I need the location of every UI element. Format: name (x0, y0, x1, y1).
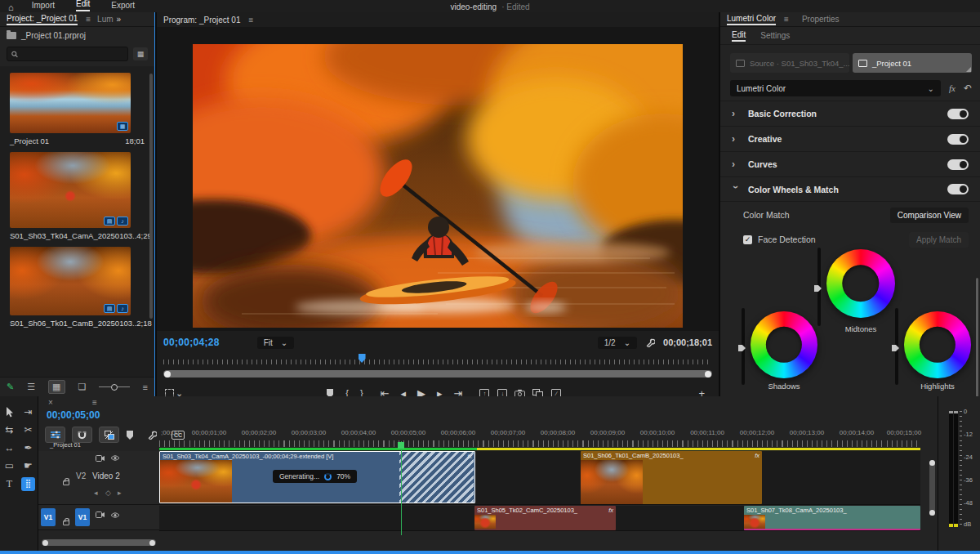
toggle-track-output-eye-icon[interactable] (110, 454, 120, 462)
highlights-luma-slider[interactable] (895, 308, 898, 385)
project-list-scrollbar[interactable] (149, 74, 153, 319)
shadows-wheel-center[interactable] (766, 327, 802, 363)
find-in-bin-icon[interactable]: ▦ (133, 47, 148, 60)
shadows-slider-handle[interactable] (738, 345, 746, 351)
zoom-slider-knob[interactable] (111, 384, 118, 391)
selection-tool[interactable] (5, 407, 14, 418)
timeline-settings-wrench-icon[interactable] (147, 430, 157, 440)
source-monitor-icon[interactable] (96, 512, 105, 518)
section-basic-correction[interactable]: › Basic Correction (720, 101, 980, 126)
type-tool[interactable]: T (7, 479, 12, 489)
shadows-color-wheel[interactable] (751, 311, 817, 378)
section-color-wheels-match[interactable]: › Color Wheels & Match (720, 176, 980, 202)
tab-lumetri-truncated[interactable]: Lum (97, 15, 113, 24)
next-keyframe-icon[interactable]: ▸ (118, 489, 122, 497)
lumetri-scrollbar[interactable] (976, 278, 978, 400)
subtab-settings[interactable]: Settings (760, 31, 790, 40)
scrollbar-left-handle[interactable] (42, 540, 48, 546)
highlights-slider-handle[interactable] (892, 345, 899, 351)
clip-s01-sh07-tk08[interactable]: S01_Sh07_Tk08_CamA_20250103_ (744, 506, 920, 530)
effect-dropdown[interactable]: Lumetri Color ⌄ (730, 80, 941, 96)
shadows-luma-slider[interactable] (742, 308, 745, 385)
previous-keyframe-icon[interactable]: ◂ (94, 489, 98, 497)
source-patch-v1-button[interactable]: V1 (41, 508, 56, 526)
source-clip-button[interactable]: Source · S01_Sh03_Tk04_... (730, 53, 849, 73)
curves-toggle[interactable] (947, 159, 969, 170)
clip-s01-sh05-tk02[interactable]: S01_Sh05_Tk02_CamC_20250103_ fx (474, 506, 616, 530)
sequence-button[interactable]: _Project 01 (853, 53, 972, 73)
midtones-color-wheel[interactable] (826, 249, 895, 318)
timeline-sequence-tab-label[interactable]: _Project 01 (50, 441, 81, 449)
source-monitor-icon[interactable] (96, 455, 105, 462)
clip-name[interactable]: _Project 01 (10, 136, 49, 145)
program-panel-menu-icon[interactable]: ≡ (249, 16, 254, 25)
track-lock-icon[interactable] (63, 520, 69, 525)
timeline-ruler[interactable]: ;00;00 00;00;01;00 00;00;02;00 00;00;03;… (159, 429, 920, 447)
pen-tool[interactable]: ✒ (24, 443, 32, 453)
project-toolbar-menu-icon[interactable]: ≡ (143, 382, 148, 392)
scrollbar-right-handle[interactable] (705, 371, 711, 378)
clip-s01-sh06-tk01[interactable]: S01_Sh06_Tk01_CamB_20250103_ fx (581, 451, 762, 504)
tab-program[interactable]: Program: _Project 01 (163, 16, 241, 25)
tab-project[interactable]: Project: _Project 01 (7, 14, 78, 25)
timeline-panel-menu-icon[interactable]: ≡ (92, 398, 97, 407)
close-icon[interactable]: × (48, 398, 53, 407)
menu-edit[interactable]: Edit (76, 0, 90, 11)
search-box[interactable] (7, 47, 128, 61)
section-curves[interactable]: › Curves (720, 151, 980, 176)
list-view-icon[interactable]: ☰ (27, 382, 35, 392)
section-creative[interactable]: › Creative (720, 126, 980, 151)
program-time-ruler[interactable] (163, 354, 712, 364)
freeform-view-icon[interactable]: ❏ (78, 382, 87, 392)
track-v2-number[interactable]: V2 (76, 471, 86, 480)
timeline-playhead-line[interactable] (401, 441, 402, 535)
apply-match-button[interactable]: Apply Match (909, 232, 969, 248)
clip-name[interactable]: S01_Sh03_Tk04_CamA_20250103.. (10, 231, 136, 240)
vscroll-top-handle[interactable] (929, 460, 935, 466)
razor-tool[interactable]: ✂ (24, 425, 32, 435)
timeline-zoom-scrollbar[interactable] (42, 539, 156, 546)
reset-effect-icon[interactable]: ↶ (964, 83, 972, 94)
track-v2-name[interactable]: Video 2 (92, 471, 120, 480)
add-keyframe-icon[interactable]: ◇ (105, 489, 111, 497)
menu-export[interactable]: Export (111, 1, 135, 11)
highlights-color-wheel[interactable] (904, 311, 971, 378)
track-select-forward-tool[interactable]: ⇥ (24, 407, 32, 417)
clip-name[interactable]: S01_Sh06_Tk01_CamB_20250103.. (10, 319, 136, 328)
linked-selection-button[interactable] (99, 427, 119, 443)
highlights-wheel-center[interactable] (920, 327, 956, 363)
basic-correction-toggle[interactable] (947, 109, 969, 119)
home-icon[interactable]: ⌂ (8, 3, 14, 11)
menu-import[interactable]: Import (32, 1, 55, 11)
midtones-wheel-center[interactable] (842, 265, 879, 302)
lumetri-panel-menu-icon[interactable]: ≡ (784, 15, 789, 24)
hand-tool[interactable]: ☛ (24, 461, 33, 471)
project-file-row[interactable]: _Project 01.prproj (0, 27, 154, 43)
slip-tool[interactable]: ↔ (5, 443, 15, 453)
scrollbar-left-handle[interactable] (164, 371, 171, 378)
playback-resolution-dropdown[interactable]: 1/2 ⌄ (598, 337, 637, 349)
subtab-edit[interactable]: Edit (732, 30, 746, 42)
add-marker-icon[interactable] (126, 431, 134, 440)
color-wheels-toggle[interactable] (947, 184, 969, 194)
project-clip-thumbnail[interactable]: ▦ (10, 73, 131, 133)
track-lock-icon[interactable] (63, 480, 69, 485)
ripple-edit-tool[interactable]: ⇆ (5, 425, 13, 435)
project-panel-menu-icon[interactable]: ≡ (86, 15, 91, 24)
scrollbar-right-handle[interactable] (149, 540, 155, 546)
comparison-view-button[interactable]: Comparison View (890, 208, 969, 223)
timeline-vertical-scrollbar[interactable] (929, 460, 935, 516)
tab-properties[interactable]: Properties (802, 15, 840, 24)
project-clip-thumbnail[interactable]: ▤ ♪ (10, 247, 131, 315)
clip-s01-sh03-tk04-selected[interactable]: S01_Sh03_Tk04_CamA_20250103_-00;00;04;29… (159, 451, 475, 503)
program-preview-image[interactable] (193, 44, 683, 328)
sequence-settings-button[interactable] (45, 427, 65, 443)
search-input[interactable] (21, 50, 123, 59)
timeline-current-timecode[interactable]: 00;00;05;00 (47, 409, 100, 421)
project-clip-thumbnail[interactable]: ▤ ♪ (10, 152, 131, 228)
tab-lumetri-color[interactable]: Lumetri Color (727, 14, 776, 25)
timeline-playhead-marker[interactable] (398, 442, 404, 449)
midtones-slider-handle[interactable] (814, 285, 822, 292)
midtones-luma-slider[interactable] (817, 248, 821, 326)
remix-tool-selected[interactable]: ⣿ (21, 477, 35, 491)
